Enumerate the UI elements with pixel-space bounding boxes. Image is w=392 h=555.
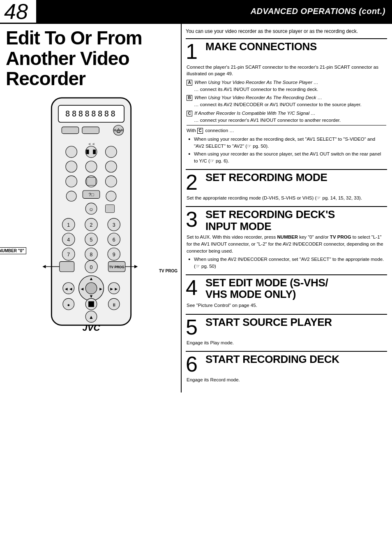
step-1-header: 1 MAKE CONNECTIONS <box>186 38 387 62</box>
step-2-header: 2 SET RECORDING MODE <box>186 169 387 193</box>
svg-text:◄: ◄ <box>80 286 84 291</box>
subsection-b-text: … connect its AV2 IN/DECODER or AV1 IN/O… <box>187 102 362 107</box>
step-4: 4 SET EDIT MODE (S-VHS/VHS MODE ONLY) Se… <box>186 274 387 313</box>
remote-wrapper: NUMBER "0" TV PROG 88888888 <box>34 95 149 335</box>
subsection-a-heading: When Using Your Video Recorder As The So… <box>194 80 318 85</box>
svg-text:►►: ►► <box>109 286 118 291</box>
svg-point-7 <box>114 129 116 132</box>
svg-text:▲: ▲ <box>89 314 94 320</box>
right-column: You can use your video recorder as the s… <box>181 24 392 392</box>
bullet-1b: When using your recorder as the source p… <box>188 151 386 164</box>
step-2-number: 2 <box>186 172 201 193</box>
step-4-body: See "Picture Control" on page 45. <box>186 302 387 313</box>
page-title: Edit To Or From Another Video Recorder <box>6 28 177 89</box>
svg-rect-4 <box>82 127 99 134</box>
svg-text:2: 2 <box>90 222 93 228</box>
svg-text:7: 7 <box>67 252 70 258</box>
step-6-number: 6 <box>186 353 201 375</box>
svg-rect-21 <box>87 177 96 185</box>
svg-text:◄◄: ◄◄ <box>64 286 73 291</box>
svg-text:▼: ▼ <box>89 294 94 299</box>
step-1-text: Connect the player's 21-pin SCART connec… <box>187 64 386 77</box>
subsection-c-text: … connect your recorder's AV1 IN/OUT con… <box>187 118 341 123</box>
step-1-title: MAKE CONNECTIONS <box>205 41 317 53</box>
step-2-body: Set the appropriate recording mode (D-VH… <box>186 195 387 206</box>
subsection-c: C If Another Recorder Is Compatible With… <box>187 110 386 123</box>
bullet-1a: When using your recorder as the recordin… <box>188 136 386 149</box>
remote-illustration: NUMBER "0" TV PROG 88888888 <box>6 95 177 335</box>
svg-marker-56 <box>134 265 138 268</box>
subsection-c-heading: If Another Recorder Is Compatible With T… <box>194 111 316 116</box>
svg-text:?□: ?□ <box>89 192 94 197</box>
svg-rect-15 <box>93 150 96 154</box>
step-5-number: 5 <box>186 316 201 338</box>
svg-text:►: ► <box>99 286 103 291</box>
step-1-body: Connect the player's 21-pin SCART connec… <box>186 64 387 168</box>
page-number: 48 <box>0 0 36 23</box>
step-5-title: START SOURCE PLAYER <box>205 316 332 328</box>
step-3-title: SET RECORDING DECK'SINPUT MODE <box>205 209 335 232</box>
svg-text:JVC: JVC <box>83 323 101 333</box>
step-4-text: See "Picture Control" on page 45. <box>187 302 386 309</box>
step-5: 5 START SOURCE PLAYER Engage its Play mo… <box>186 314 387 351</box>
step-6-text: Engage its Record mode. <box>187 376 386 383</box>
page-header: 48 ADVANCED OPERATIONS (cont.) <box>0 0 392 24</box>
svg-text:0: 0 <box>90 265 93 270</box>
svg-text:◄◄: ◄◄ <box>87 142 95 146</box>
step-3-text: Set to AUX. With this video recorder, pr… <box>187 234 386 254</box>
svg-point-16 <box>66 161 77 172</box>
svg-point-58 <box>85 283 97 294</box>
svg-text:6: 6 <box>113 237 115 243</box>
step-1-bullets: When using your recorder as the recordin… <box>187 136 386 165</box>
svg-rect-3 <box>62 127 78 134</box>
with-c-section: With C connection … When using your reco… <box>187 125 386 164</box>
number-label: NUMBER "0" <box>0 247 26 254</box>
svg-text:⏸: ⏸ <box>112 302 116 307</box>
tvprog-label: TV PROG <box>159 269 178 273</box>
svg-text:5: 5 <box>90 237 93 243</box>
svg-point-17 <box>85 161 97 172</box>
svg-point-25 <box>66 191 76 201</box>
step-4-number: 4 <box>186 277 201 298</box>
step-5-header: 5 START SOURCE PLAYER <box>186 314 387 338</box>
step-4-header: 4 SET EDIT MODE (S-VHS/VHS MODE ONLY) <box>186 274 387 300</box>
subsection-b: B When Using Your Video Recorder As The … <box>187 94 386 108</box>
svg-point-26 <box>106 191 116 201</box>
svg-text:4: 4 <box>67 237 70 243</box>
svg-text:●: ● <box>67 302 70 307</box>
step-3-bullets: When using the AV2 IN/DECODER connector,… <box>187 256 386 269</box>
svg-text:9: 9 <box>113 252 115 258</box>
svg-rect-70 <box>88 301 94 307</box>
step-2: 2 SET RECORDING MODE Set the appropriate… <box>186 169 387 206</box>
svg-text:88888888: 88888888 <box>65 109 117 118</box>
svg-rect-14 <box>86 150 89 154</box>
svg-point-9 <box>121 129 123 132</box>
step-3-header: 3 SET RECORDING DECK'SINPUT MODE <box>186 206 387 232</box>
svg-rect-48 <box>60 262 74 272</box>
step-6-title: START RECORDING DECK <box>205 353 339 365</box>
left-column: Edit To Or From Another Video Recorder N… <box>0 24 181 392</box>
svg-text:☺: ☺ <box>89 207 94 212</box>
step-3-body: Set to AUX. With this video recorder, pr… <box>186 234 387 273</box>
svg-point-11 <box>66 146 77 158</box>
svg-text:1: 1 <box>67 222 70 228</box>
step-2-title: SET RECORDING MODE <box>205 172 327 183</box>
step-1: 1 MAKE CONNECTIONS Connect the player's … <box>186 38 387 168</box>
label-a: A <box>187 80 192 86</box>
subsection-a-text: … connect its AV1 IN/OUT connector to th… <box>187 87 318 92</box>
svg-point-13 <box>106 146 117 158</box>
step-6-header: 6 START RECORDING DECK <box>186 351 387 375</box>
svg-marker-54 <box>42 265 46 268</box>
step-6-body: Engage its Record mode. <box>186 376 387 388</box>
svg-text:▲: ▲ <box>89 276 94 281</box>
step-2-text: Set the appropriate recording mode (D-VH… <box>187 195 386 202</box>
svg-point-22 <box>106 176 117 187</box>
label-c-ref: C <box>197 128 203 134</box>
step-6: 6 START RECORDING DECK Engage its Record… <box>186 351 387 388</box>
svg-point-8 <box>118 129 120 132</box>
chapter-title: ADVANCED OPERATIONS (cont.) <box>36 0 392 23</box>
step-3-number: 3 <box>186 209 201 230</box>
step-5-text: Engage its Play mode. <box>187 339 386 346</box>
svg-point-19 <box>66 176 77 187</box>
bullet-3a: When using the AV2 IN/DECODER connector,… <box>188 256 386 269</box>
